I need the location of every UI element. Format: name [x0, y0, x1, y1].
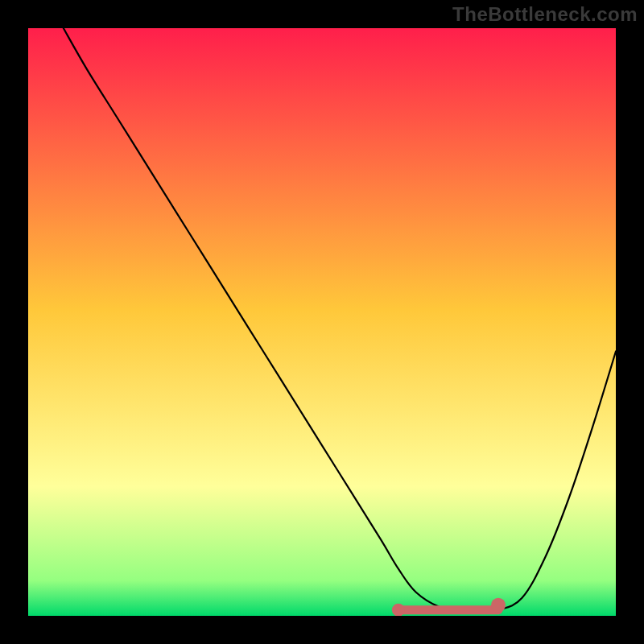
chart-frame: TheBottleneck.com	[0, 0, 644, 644]
plot-area	[28, 28, 616, 616]
watermark-text: TheBottleneck.com	[452, 3, 638, 26]
bottleneck-chart	[28, 28, 616, 616]
svg-point-1	[392, 604, 405, 616]
svg-point-2	[491, 598, 506, 613]
